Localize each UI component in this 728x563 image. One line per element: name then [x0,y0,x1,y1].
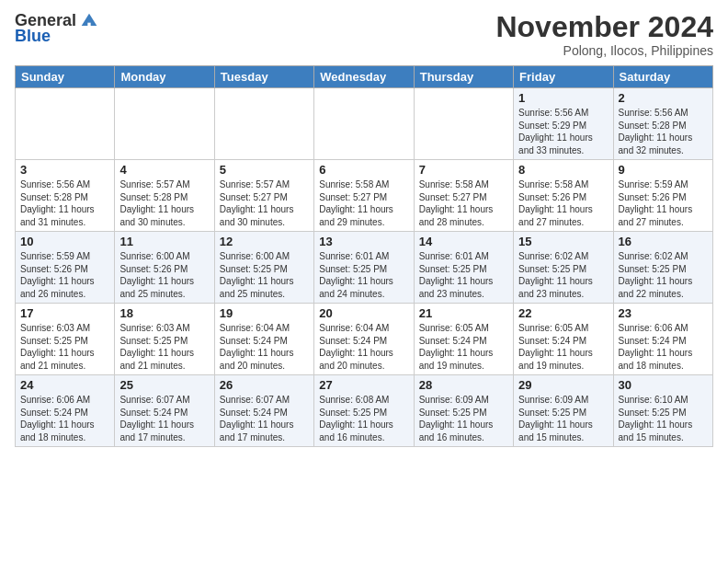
day-number: 23 [619,306,708,320]
calendar-cell: 11Sunrise: 6:00 AMSunset: 5:26 PMDayligh… [115,232,214,304]
calendar-cell: 2Sunrise: 5:56 AMSunset: 5:28 PMDaylight… [613,88,712,160]
calendar-table: SundayMondayTuesdayWednesdayThursdayFrid… [15,65,713,447]
day-number: 15 [518,235,608,248]
day-number: 14 [419,235,508,248]
day-number: 29 [518,378,608,392]
svg-rect-1 [87,22,90,25]
calendar-cell: 10Sunrise: 5:59 AMSunset: 5:26 PMDayligh… [16,232,115,304]
calendar-cell: 23Sunrise: 6:06 AMSunset: 5:24 PMDayligh… [613,304,712,375]
day-number: 17 [20,306,109,320]
header: General Blue November 2024 Polong, Iloco… [15,11,713,58]
cell-info: Sunrise: 6:05 AMSunset: 5:24 PMDaylight:… [419,322,508,372]
day-number: 6 [319,163,408,177]
cell-info: Sunrise: 5:58 AMSunset: 5:26 PMDaylight:… [518,178,608,228]
calendar-cell: 7Sunrise: 5:58 AMSunset: 5:27 PMDaylight… [414,160,513,232]
day-number: 28 [419,378,508,392]
calendar-cell: 13Sunrise: 6:01 AMSunset: 5:25 PMDayligh… [314,232,414,304]
day-number: 24 [20,378,109,392]
cell-info: Sunrise: 6:03 AMSunset: 5:25 PMDaylight:… [20,322,109,372]
calendar-cell: 5Sunrise: 5:57 AMSunset: 5:27 PMDaylight… [214,160,313,232]
calendar-cell: 29Sunrise: 6:09 AMSunset: 5:25 PMDayligh… [514,375,613,447]
day-of-week-header: Wednesday [314,66,414,88]
calendar-week-row: 10Sunrise: 5:59 AMSunset: 5:26 PMDayligh… [16,232,713,304]
cell-info: Sunrise: 5:57 AMSunset: 5:27 PMDaylight:… [220,178,309,228]
day-number: 13 [319,235,408,248]
cell-info: Sunrise: 6:08 AMSunset: 5:25 PMDaylight:… [319,394,408,443]
day-of-week-header: Tuesday [214,66,313,88]
calendar-cell: 15Sunrise: 6:02 AMSunset: 5:25 PMDayligh… [514,232,613,304]
cell-info: Sunrise: 6:09 AMSunset: 5:25 PMDaylight:… [419,394,508,443]
day-number: 18 [119,306,209,320]
cell-info: Sunrise: 6:05 AMSunset: 5:24 PMDaylight:… [518,322,608,372]
day-number: 8 [518,163,608,177]
day-number: 25 [119,378,209,392]
calendar-cell: 30Sunrise: 6:10 AMSunset: 5:25 PMDayligh… [613,375,712,447]
day-number: 26 [220,378,309,392]
calendar-cell: 17Sunrise: 6:03 AMSunset: 5:25 PMDayligh… [16,304,115,375]
calendar-cell: 12Sunrise: 6:00 AMSunset: 5:25 PMDayligh… [214,232,313,304]
calendar-cell: 16Sunrise: 6:02 AMSunset: 5:25 PMDayligh… [613,232,712,304]
cell-info: Sunrise: 5:59 AMSunset: 5:26 PMDaylight:… [619,178,708,228]
cell-info: Sunrise: 6:04 AMSunset: 5:24 PMDaylight:… [220,322,309,372]
cell-info: Sunrise: 6:02 AMSunset: 5:25 PMDaylight:… [518,250,608,300]
day-of-week-header: Monday [115,66,214,88]
calendar-cell [115,88,214,160]
day-number: 19 [220,306,309,320]
title-block: November 2024 Polong, Ilocos, Philippine… [495,11,713,58]
day-number: 5 [220,163,309,177]
location: Polong, Ilocos, Philippines [495,43,713,58]
cell-info: Sunrise: 5:58 AMSunset: 5:27 PMDaylight:… [419,178,508,228]
calendar-cell: 6Sunrise: 5:58 AMSunset: 5:27 PMDaylight… [314,160,414,232]
calendar-cell: 28Sunrise: 6:09 AMSunset: 5:25 PMDayligh… [414,375,513,447]
day-number: 10 [20,235,109,248]
cell-info: Sunrise: 6:00 AMSunset: 5:25 PMDaylight:… [220,250,309,300]
calendar-cell: 25Sunrise: 6:07 AMSunset: 5:24 PMDayligh… [115,375,214,447]
cell-info: Sunrise: 6:07 AMSunset: 5:24 PMDaylight:… [220,394,309,443]
day-of-week-header: Sunday [16,66,115,88]
calendar-header-row: SundayMondayTuesdayWednesdayThursdayFrid… [16,66,713,88]
cell-info: Sunrise: 6:01 AMSunset: 5:25 PMDaylight:… [319,250,408,300]
calendar-cell: 3Sunrise: 5:56 AMSunset: 5:28 PMDaylight… [16,160,115,232]
calendar-week-row: 1Sunrise: 5:56 AMSunset: 5:29 PMDaylight… [16,88,713,160]
day-number: 4 [119,163,209,177]
day-number: 30 [619,378,708,392]
cell-info: Sunrise: 5:56 AMSunset: 5:29 PMDaylight:… [518,107,608,156]
cell-info: Sunrise: 6:09 AMSunset: 5:25 PMDaylight:… [518,394,608,443]
calendar-cell: 24Sunrise: 6:06 AMSunset: 5:24 PMDayligh… [16,375,115,447]
calendar-cell [16,88,115,160]
calendar-cell: 1Sunrise: 5:56 AMSunset: 5:29 PMDaylight… [514,88,613,160]
day-number: 7 [419,163,508,177]
calendar-cell: 18Sunrise: 6:03 AMSunset: 5:25 PMDayligh… [115,304,214,375]
calendar-cell: 14Sunrise: 6:01 AMSunset: 5:25 PMDayligh… [414,232,513,304]
calendar-cell [414,88,513,160]
cell-info: Sunrise: 6:04 AMSunset: 5:24 PMDaylight:… [319,322,408,372]
calendar-cell [214,88,313,160]
cell-info: Sunrise: 6:03 AMSunset: 5:25 PMDaylight:… [119,322,209,372]
logo-icon [80,12,98,30]
cell-info: Sunrise: 6:01 AMSunset: 5:25 PMDaylight:… [419,250,508,300]
cell-info: Sunrise: 5:58 AMSunset: 5:27 PMDaylight:… [319,178,408,228]
calendar-cell: 4Sunrise: 5:57 AMSunset: 5:28 PMDaylight… [115,160,214,232]
calendar-cell: 9Sunrise: 5:59 AMSunset: 5:26 PMDaylight… [613,160,712,232]
day-number: 20 [319,306,408,320]
cell-info: Sunrise: 6:10 AMSunset: 5:25 PMDaylight:… [619,394,708,443]
day-number: 11 [119,235,209,248]
day-number: 16 [619,235,708,248]
day-number: 2 [619,91,708,105]
calendar-cell: 27Sunrise: 6:08 AMSunset: 5:25 PMDayligh… [314,375,414,447]
calendar-week-row: 17Sunrise: 6:03 AMSunset: 5:25 PMDayligh… [16,304,713,375]
calendar-cell: 26Sunrise: 6:07 AMSunset: 5:24 PMDayligh… [214,375,313,447]
cell-info: Sunrise: 6:02 AMSunset: 5:25 PMDaylight:… [619,250,708,300]
cell-info: Sunrise: 5:59 AMSunset: 5:26 PMDaylight:… [20,250,109,300]
day-number: 3 [20,163,109,177]
day-number: 22 [518,306,608,320]
day-number: 21 [419,306,508,320]
calendar-cell: 19Sunrise: 6:04 AMSunset: 5:24 PMDayligh… [214,304,313,375]
day-of-week-header: Thursday [414,66,513,88]
calendar-cell: 8Sunrise: 5:58 AMSunset: 5:26 PMDaylight… [514,160,613,232]
cell-info: Sunrise: 6:06 AMSunset: 5:24 PMDaylight:… [619,322,708,372]
calendar-cell: 22Sunrise: 6:05 AMSunset: 5:24 PMDayligh… [514,304,613,375]
cell-info: Sunrise: 5:57 AMSunset: 5:28 PMDaylight:… [119,178,209,228]
cell-info: Sunrise: 5:56 AMSunset: 5:28 PMDaylight:… [20,178,109,228]
day-number: 9 [619,163,708,177]
